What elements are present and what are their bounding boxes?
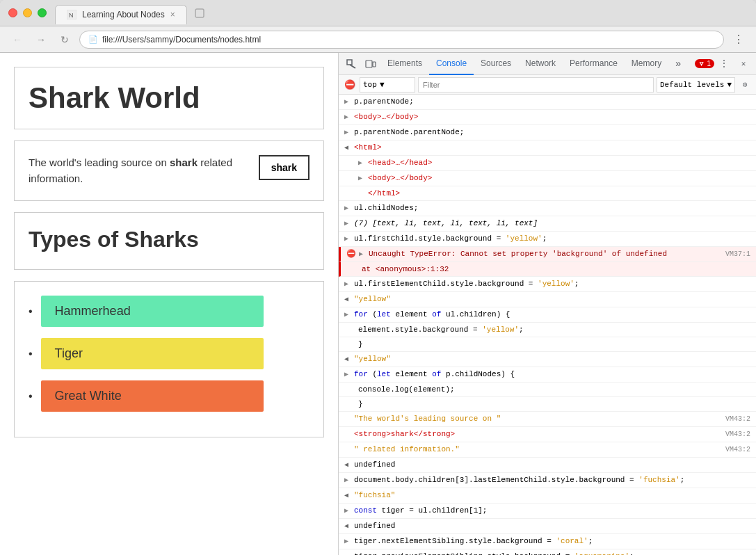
console-text: (7) [text, li, text, li, text, li, text] [354, 218, 538, 229]
collapse-icon[interactable] [344, 143, 351, 154]
settings-button[interactable]: ⋮ [714, 54, 734, 74]
intro-text: The world's leading source on shark rela… [29, 155, 248, 186]
console-text: <body>…</body> [354, 111, 418, 122]
shark-item-greatwhite: • Great White [29, 380, 309, 412]
console-text: undefined [354, 459, 395, 470]
console-levels-arrow: ▼ [727, 81, 732, 89]
line-num[interactable]: VM43:2 [709, 444, 750, 456]
expand-icon[interactable] [344, 127, 351, 138]
result-icon [344, 294, 351, 305]
tab-performance[interactable]: Performance [563, 53, 625, 75]
console-text: console.log(element); [358, 384, 455, 395]
console-output-line: "yellow" [339, 352, 756, 367]
console-filter-input[interactable] [418, 77, 654, 92]
console-line: (7) [text, li, text, li, text, li, text] [339, 216, 756, 232]
console-error-line: ⛔ Uncaught TypeError: Cannot set propert… [339, 247, 756, 262]
console-output-line: "yellow" [339, 292, 756, 307]
expand-icon[interactable] [344, 97, 351, 108]
svg-rect-6 [373, 62, 376, 67]
tab-close-button[interactable]: × [170, 10, 175, 19]
devtools-tabs: Elements Console Sources Network Perform… [339, 53, 756, 75]
shark-bullet: • [29, 390, 33, 403]
minimize-button[interactable] [23, 8, 32, 17]
browser-window: N Learning About Nodes × ← → ↻ 📄 file://… [0, 0, 756, 555]
tab-elements[interactable]: Elements [380, 53, 429, 75]
expand-icon[interactable] [344, 369, 351, 380]
browser-tab[interactable]: N Learning About Nodes × [55, 5, 187, 24]
console-toolbar: ⛔ top ▼ Default levels ▼ ⚙ [339, 75, 756, 95]
expand-icon[interactable] [344, 203, 351, 214]
console-input-line: console.log(element); [339, 383, 756, 397]
close-button[interactable] [8, 8, 17, 17]
console-text: tiger.previousElementSibling.style.backg… [354, 551, 634, 555]
tab-sources[interactable]: Sources [474, 53, 518, 75]
console-text: "fuchsia" [354, 490, 395, 501]
expand-icon[interactable] [344, 506, 351, 517]
console-text: <head>…</head> [368, 157, 432, 168]
tab-title: Learning About Nodes [82, 10, 165, 19]
console-levels-select[interactable]: Default levels ▼ [657, 77, 735, 92]
console-text: "yellow" [354, 293, 391, 305]
new-tab-button[interactable] [190, 3, 209, 23]
expand-icon[interactable] [344, 218, 351, 230]
console-line: p.parentNode.parentNode; [339, 125, 756, 140]
console-text: undefined [354, 520, 395, 531]
error-icon: ⛔ [346, 248, 356, 259]
tab-console[interactable]: Console [429, 53, 474, 75]
console-output-line: "The world's leading source on " VM43:2 [339, 412, 756, 427]
browser-content: Shark World The world's leading source o… [0, 53, 756, 555]
console-input-line: const tiger = ul.children[1]; [339, 504, 756, 519]
expand-icon[interactable] [359, 249, 366, 260]
console-input-line: tiger.nextElementSibling.style.backgroun… [339, 534, 756, 549]
line-num[interactable]: VM43:2 [709, 429, 750, 440]
error-line-num[interactable]: VM37:1 [709, 249, 750, 260]
expand-icon[interactable] [358, 158, 365, 169]
console-line: <body>…</body> [339, 110, 756, 125]
device-mode-button[interactable] [361, 54, 380, 74]
expand-icon[interactable] [358, 173, 365, 184]
console-output-line: <strong>shark</strong> VM43:2 [339, 427, 756, 442]
expand-icon[interactable] [344, 309, 351, 321]
forward-button[interactable]: → [32, 31, 50, 49]
tab-memory[interactable]: Memory [625, 53, 668, 75]
intro-strong: shark [170, 156, 198, 168]
expand-icon[interactable] [344, 279, 351, 290]
console-text: <strong>shark</strong> [354, 428, 455, 440]
inspect-element-button[interactable] [341, 54, 361, 74]
console-text: ul.childNodes; [354, 202, 418, 214]
shark-item-tiger: • Tiger [29, 338, 309, 369]
svg-rect-5 [366, 61, 372, 67]
shark-label-tiger: Tiger [41, 338, 264, 369]
types-section: Types of Sharks [14, 212, 324, 270]
console-text: p.parentNode.parentNode; [354, 127, 464, 138]
svg-rect-3 [347, 60, 352, 65]
line-num[interactable]: VM43:2 [709, 414, 750, 425]
result-icon [344, 460, 351, 471]
console-text: <body>…</body> [368, 172, 432, 184]
console-settings-button[interactable]: ⚙ [738, 78, 752, 92]
more-tabs-button[interactable]: » [668, 54, 688, 74]
shark-label-greatwhite: Great White [41, 380, 264, 412]
expand-icon[interactable] [344, 112, 351, 123]
expand-icon[interactable] [344, 475, 351, 486]
tab-network[interactable]: Network [518, 53, 563, 75]
result-icon [344, 354, 351, 365]
expand-icon[interactable] [344, 234, 351, 245]
console-text: for (let element of ul.children) { [354, 309, 510, 320]
console-input-line: for (let element of ul.children) { [339, 307, 756, 323]
address-icon: 📄 [88, 35, 98, 44]
console-text: "yellow" [354, 353, 391, 364]
devtools-close-button[interactable]: ✕ [734, 54, 753, 74]
maximize-button[interactable] [38, 8, 47, 17]
address-bar[interactable]: 📄 file:///Users/sammy/Documents/nodes.ht… [79, 31, 724, 49]
menu-button[interactable]: ⋮ [730, 31, 748, 49]
refresh-button[interactable]: ↻ [56, 31, 74, 49]
back-button[interactable]: ← [8, 31, 26, 49]
svg-text:N: N [69, 12, 74, 19]
shark-button[interactable]: shark [259, 155, 309, 180]
console-input-line: element.style.background = 'yellow'; [339, 323, 756, 337]
console-line: <html> [339, 140, 756, 156]
console-clear-button[interactable]: ⛔ [343, 78, 357, 92]
expand-icon[interactable] [344, 536, 351, 547]
console-top-select[interactable]: top ▼ [360, 77, 415, 92]
